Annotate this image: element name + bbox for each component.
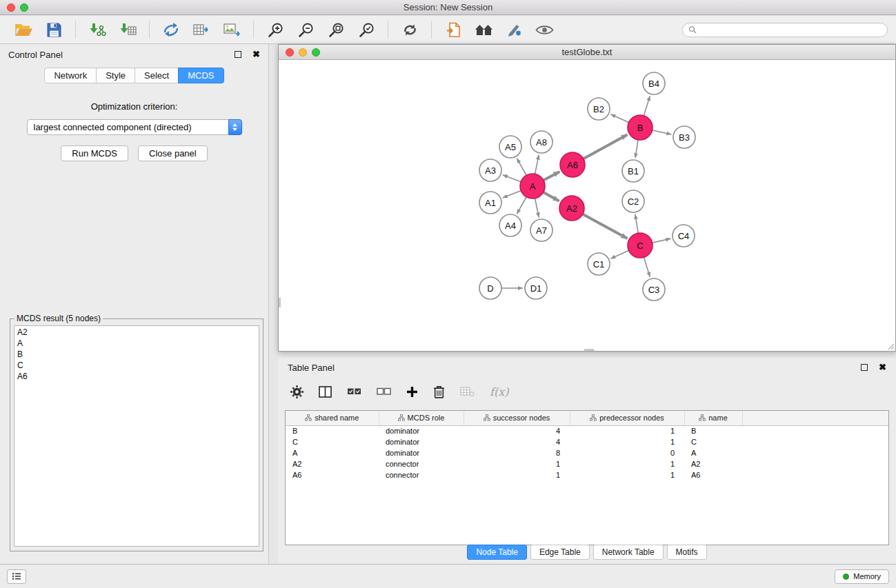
table-row[interactable]: Adominator80A — [286, 447, 888, 458]
graph-node-C3[interactable]: C3 — [643, 278, 665, 301]
graph-node-B[interactable]: B — [628, 115, 653, 140]
table-cell[interactable]: dominator — [379, 447, 464, 458]
criterion-dropdown[interactable]: largest connected component (directed) — [27, 119, 242, 135]
table-cell[interactable]: C — [684, 436, 742, 447]
table-cell[interactable]: B — [286, 425, 379, 436]
table-cell[interactable]: 8 — [464, 447, 570, 458]
result-item[interactable]: A — [17, 338, 256, 349]
graph-node-B1[interactable]: B1 — [622, 160, 644, 182]
table-settings-button[interactable] — [290, 385, 303, 398]
result-item[interactable]: B — [17, 349, 256, 360]
graph-node-A4[interactable]: A4 — [499, 214, 521, 236]
float-panel-icon[interactable] — [235, 51, 241, 58]
table-cell[interactable]: connector — [379, 458, 464, 469]
table-cell[interactable]: A6 — [286, 469, 379, 480]
column-visibility-button[interactable] — [319, 386, 332, 398]
table-cell[interactable]: A — [684, 447, 742, 458]
zoom-fit-button[interactable] — [324, 19, 348, 41]
search-box[interactable] — [682, 23, 888, 37]
zoom-out-button[interactable] — [294, 19, 317, 41]
tab-mcds[interactable]: MCDS — [178, 68, 223, 83]
table-cell[interactable]: 1 — [570, 436, 684, 447]
table-cell[interactable]: 1 — [570, 469, 684, 480]
graph-node-A8[interactable]: A8 — [530, 131, 552, 153]
graph-node-A[interactable]: A — [520, 174, 545, 199]
graph-node-A2[interactable]: A2 — [559, 196, 584, 221]
import-style-button[interactable] — [441, 19, 465, 41]
open-session-button[interactable] — [12, 19, 35, 41]
table-cell[interactable]: A6 — [684, 469, 742, 480]
export-table-button[interactable] — [190, 19, 213, 41]
graph-node-B4[interactable]: B4 — [643, 72, 665, 94]
graph-node-C4[interactable]: C4 — [673, 225, 695, 247]
tab-style[interactable]: Style — [96, 68, 135, 83]
result-item[interactable]: C — [17, 360, 256, 371]
deselect-all-rows-button[interactable] — [377, 387, 391, 396]
table-cell[interactable]: 0 — [570, 447, 684, 458]
table-cell[interactable]: A2 — [286, 458, 379, 469]
table-row[interactable]: Bdominator41B — [286, 425, 888, 436]
graph-node-C2[interactable]: C2 — [622, 190, 644, 212]
task-history-button[interactable] — [7, 569, 26, 584]
table-cell[interactable]: 4 — [464, 425, 570, 436]
graph-node-B2[interactable]: B2 — [588, 98, 610, 120]
close-window-button[interactable] — [7, 3, 15, 12]
network-minimize-button[interactable] — [299, 48, 307, 57]
table-row[interactable]: Cdominator41C — [286, 436, 888, 447]
memory-button[interactable]: Memory — [835, 569, 889, 584]
zoom-selected-button[interactable] — [355, 19, 378, 41]
table-cell[interactable]: connector — [379, 469, 464, 480]
delete-column-button[interactable] — [433, 385, 445, 398]
table-cell[interactable]: C — [286, 436, 379, 447]
tab-network[interactable]: Network — [44, 68, 97, 83]
delete-table-button[interactable] — [460, 387, 475, 397]
network-canvas[interactable]: B4B2BB3A5A8A6B1A3AC2A1A2A4A7C4CC1C3DD1 — [279, 60, 895, 351]
export-network-button[interactable] — [159, 19, 183, 41]
table-cell[interactable]: 1 — [570, 458, 684, 469]
table-cell[interactable]: A2 — [684, 458, 742, 469]
import-table-button[interactable] — [116, 19, 139, 41]
save-session-button[interactable] — [42, 19, 66, 41]
table-row[interactable]: A6connector11A6 — [286, 469, 888, 480]
float-table-panel-icon[interactable] — [861, 364, 868, 371]
column-header-predecessor-nodes[interactable]: predecessor nodes — [570, 411, 684, 425]
table-cell[interactable]: 1 — [464, 469, 570, 480]
import-network-button[interactable] — [86, 19, 109, 41]
table-cell[interactable]: dominator — [379, 436, 464, 447]
close-table-panel-icon[interactable]: ✖ — [879, 364, 886, 371]
tab-select[interactable]: Select — [135, 68, 179, 83]
style-brush-button[interactable] — [502, 19, 526, 41]
graph-node-A6[interactable]: A6 — [560, 152, 585, 177]
table-row[interactable]: A2connector11A2 — [286, 458, 888, 469]
table-cell[interactable]: 1 — [570, 425, 684, 436]
mcds-result-list[interactable]: A2ABCA6 — [14, 325, 259, 547]
show-all-networks-button[interactable] — [472, 19, 495, 41]
tab-network-table[interactable]: Network Table — [593, 545, 664, 560]
column-header-shared-name[interactable]: shared name — [286, 411, 379, 425]
table-cell[interactable]: B — [684, 425, 742, 436]
run-mcds-button[interactable]: Run MCDS — [61, 145, 128, 161]
graph-node-D[interactable]: D — [479, 277, 501, 299]
function-builder-button[interactable]: f(x) — [490, 385, 508, 398]
network-zoom-button[interactable] — [312, 48, 320, 57]
node-table[interactable]: shared nameMCDS rolesuccessor nodesprede… — [285, 410, 889, 545]
resize-grip[interactable] — [886, 342, 895, 350]
add-column-button[interactable] — [406, 386, 418, 398]
column-header-MCDS-role[interactable]: MCDS role — [379, 411, 464, 425]
close-panel-button[interactable]: Close panel — [138, 145, 208, 161]
tab-motifs[interactable]: Motifs — [667, 545, 707, 560]
zoom-in-button[interactable] — [263, 19, 287, 41]
table-cell[interactable]: dominator — [379, 425, 464, 436]
close-panel-icon[interactable]: ✖ — [252, 51, 260, 58]
search-input[interactable] — [700, 25, 882, 34]
table-cell[interactable]: A — [286, 447, 379, 458]
table-cell[interactable]: 1 — [464, 458, 570, 469]
graphics-details-button[interactable] — [532, 19, 556, 41]
network-window-titlebar[interactable]: testGlobe.txt — [279, 45, 895, 60]
graph-node-C[interactable]: C — [628, 233, 653, 258]
graph-node-A1[interactable]: A1 — [479, 192, 501, 214]
network-close-button[interactable] — [286, 48, 294, 57]
graph-node-A5[interactable]: A5 — [499, 136, 521, 158]
tab-node-table[interactable]: Node Table — [467, 545, 527, 560]
column-header-name[interactable]: name — [684, 411, 742, 425]
